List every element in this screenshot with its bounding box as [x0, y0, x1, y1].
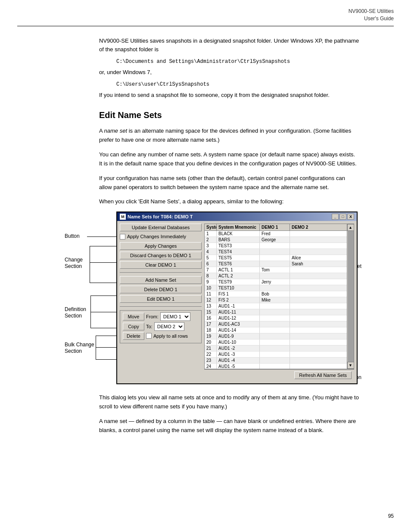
change-section-top-line: [90, 246, 116, 246]
intro-path1: C:\Documents and Settings\Administrator\…: [116, 59, 359, 65]
table-row[interactable]: 9TEST9Jerry: [205, 279, 347, 285]
table-row[interactable]: 4TEST4: [205, 249, 347, 255]
bulk-move-button[interactable]: Move: [123, 313, 144, 320]
cell-sys: BLACK: [217, 231, 260, 236]
cell-demo2: [290, 279, 320, 285]
table-row[interactable]: 3TEST3: [205, 243, 347, 249]
bulk-to-label: To:: [146, 324, 153, 329]
restore-button[interactable]: □: [339, 214, 346, 220]
bulk-copy-button[interactable]: Copy: [123, 323, 144, 330]
cell-demo1: [260, 321, 290, 327]
post-dialog-p2: A name set — defined by a column in the …: [99, 417, 359, 435]
cell-id: 21: [205, 345, 217, 351]
change-section-label: ChangeSection: [65, 257, 83, 270]
page-number: 95: [388, 513, 394, 519]
edit-demo1-button[interactable]: Edit DEMO 1: [120, 295, 202, 303]
scroll-up-arrow[interactable]: ▲: [347, 224, 354, 231]
close-button[interactable]: X: [347, 214, 354, 220]
table-inner: System ID System Mnemonic DEMO 1 DEMO 2 …: [205, 224, 347, 369]
section-heading: Edit Name Sets: [99, 110, 359, 120]
cell-sys: ACTL 2: [217, 273, 260, 279]
cell-demo1: Jerry: [260, 279, 290, 285]
scrollbar[interactable]: ▲ ▼: [347, 224, 354, 369]
cell-id: 16: [205, 315, 217, 321]
apply-immediate-checkbox[interactable]: [120, 234, 125, 240]
cell-id: 17: [205, 321, 217, 327]
col-header-sys: System Mnemonic: [217, 224, 260, 230]
button-annotation-label: Button: [65, 233, 80, 239]
cell-sys: AUD1 -2: [217, 345, 260, 351]
table-row[interactable]: 20AUD1-10: [205, 339, 347, 345]
cell-sys: TEST10: [217, 285, 260, 291]
cell-demo1: Mike: [260, 297, 290, 303]
cell-demo2: [290, 364, 320, 369]
cell-sys: F/S 2: [217, 297, 260, 303]
apply-all-rows-checkbox[interactable]: [146, 333, 152, 339]
discard-changes-button[interactable]: Discard Changes to DEMO 1: [120, 252, 202, 259]
table-row[interactable]: 15AUD1-11: [205, 309, 347, 315]
section-p2: You can define any number of name sets. …: [99, 150, 359, 168]
header-title: NV9000-SE Utilities: [17, 8, 394, 15]
cell-demo2: [290, 291, 320, 297]
table-row[interactable]: 18AUD1-14: [205, 327, 347, 333]
table-row[interactable]: 1BLACKFred: [205, 231, 347, 237]
apply-changes-button[interactable]: Apply Changes: [120, 242, 202, 250]
cell-demo1: [260, 255, 290, 261]
table-row[interactable]: 16AUD1-12: [205, 315, 347, 321]
cell-id: 3: [205, 243, 217, 249]
dialog-footer: Refresh All Name Sets: [204, 369, 354, 381]
table-row[interactable]: 5TEST5Alice: [205, 255, 347, 261]
section-p1-pre: A: [99, 128, 104, 134]
update-external-databases-button[interactable]: Update External Databases: [120, 224, 202, 231]
col-header-id: System ID: [205, 224, 217, 230]
table-row[interactable]: 23AUD1 -4: [205, 358, 347, 364]
cell-id: 11: [205, 291, 217, 297]
definition-section-label: DefinitionSection: [65, 306, 86, 320]
delete-demo1-button[interactable]: Delete DEMO 1: [120, 286, 202, 293]
cell-sys: TEST9: [217, 279, 260, 285]
table-row[interactable]: 11F/S 1Bob: [205, 291, 347, 297]
cell-demo1: [260, 303, 290, 309]
bulk-from-select[interactable]: DEMO 1: [160, 312, 190, 321]
table-row[interactable]: 6TEST6Sarah: [205, 261, 347, 267]
cell-sys: AUD1 -5: [217, 364, 260, 369]
table-row[interactable]: 21AUD1 -2: [205, 345, 347, 352]
cell-demo2: [290, 358, 320, 363]
refresh-all-name-sets-button[interactable]: Refresh All Name Sets: [294, 371, 352, 379]
cell-demo2: [290, 333, 320, 339]
minimize-button[interactable]: _: [332, 214, 339, 220]
cell-sys: TEST3: [217, 243, 260, 249]
cell-demo1: [260, 285, 290, 291]
bulk-to-select[interactable]: DEMO 2: [154, 322, 184, 331]
table-row[interactable]: 12F/S 2Mike: [205, 297, 347, 303]
bulk-section-line: [96, 347, 116, 348]
table-row[interactable]: 8ACTL 2: [205, 273, 347, 279]
scroll-down-arrow[interactable]: ▼: [347, 362, 354, 369]
button-arrow-line: [87, 236, 116, 237]
cell-demo1: George: [260, 237, 290, 243]
section-p1-post: is an alternate naming space for the dev…: [99, 128, 351, 143]
cell-id: 13: [205, 303, 217, 309]
cell-id: 2: [205, 237, 217, 243]
clear-demo1-button[interactable]: Clear DEMO 1: [120, 261, 202, 269]
table-row[interactable]: 24AUD1 -5: [205, 364, 347, 369]
table-row[interactable]: 17AUD1-AC3: [205, 321, 347, 327]
divider1: [120, 272, 202, 273]
table-row[interactable]: 2BARSGeorge: [205, 237, 347, 243]
cell-sys: AUD1-11: [217, 309, 260, 315]
cell-sys: AUD1 -3: [217, 352, 260, 357]
apply-immediate-row: Apply Changes Immediately: [120, 233, 202, 240]
titlebar-title: M Name Sets for T084: DEMO T: [120, 214, 193, 220]
table-row[interactable]: 19AUD1-9: [205, 333, 347, 339]
bulk-delete-row: Delete Apply to all rows: [123, 332, 199, 340]
bulk-delete-button[interactable]: Delete: [123, 332, 144, 340]
table-row[interactable]: 7ACTL 1Tom: [205, 267, 347, 273]
table-row[interactable]: 13AUD1 -1: [205, 303, 347, 309]
cell-id: 15: [205, 309, 217, 315]
cell-id: 12: [205, 297, 217, 303]
table-row[interactable]: 10TEST10: [205, 285, 347, 291]
add-name-set-button[interactable]: Add Name Set: [120, 276, 202, 284]
scroll-track[interactable]: [348, 231, 354, 362]
section-p1: A name set is an alternate naming space …: [99, 126, 359, 145]
table-row[interactable]: 22AUD1 -3: [205, 352, 347, 358]
